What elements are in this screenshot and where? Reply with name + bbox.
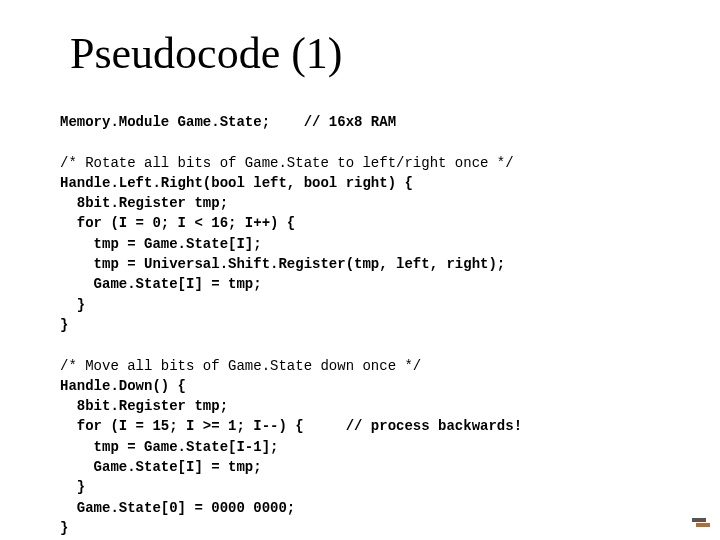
code-line: Game.State[I] = tmp; xyxy=(60,276,262,292)
code-line: tmp = Game.State[I-1]; xyxy=(60,439,278,455)
code-line: } xyxy=(60,520,68,536)
code-line: 8bit.Register tmp; xyxy=(60,195,228,211)
code-line: /* Move all bits of Game.State down once… xyxy=(60,358,421,374)
code-line: Handle.Left.Right(bool left, bool right)… xyxy=(60,175,413,191)
code-line: 8bit.Register tmp; xyxy=(60,398,228,414)
code-line: } xyxy=(60,297,85,313)
code-line: Game.State[I] = tmp; xyxy=(60,459,262,475)
code-line: /* Rotate all bits of Game.State to left… xyxy=(60,155,514,171)
code-line: for (I = 15; I >= 1; I--) { // process b… xyxy=(60,418,522,434)
slide: Pseudocode (1) Memory.Module Game.State;… xyxy=(0,0,720,540)
slide-corner-decoration xyxy=(692,518,710,532)
code-line: Game.State[0] = 0000 0000; xyxy=(60,500,295,516)
code-line: tmp = Game.State[I]; xyxy=(60,236,262,252)
pseudocode-block: Memory.Module Game.State; // 16x8 RAM /*… xyxy=(60,112,660,538)
code-line: } xyxy=(60,317,68,333)
page-title: Pseudocode (1) xyxy=(70,28,343,79)
code-line: tmp = Universal.Shift.Register(tmp, left… xyxy=(60,256,505,272)
code-line: Handle.Down() { xyxy=(60,378,186,394)
code-line: } xyxy=(60,479,85,495)
code-line: for (I = 0; I < 16; I++) { xyxy=(60,215,295,231)
code-line: Memory.Module Game.State; // 16x8 RAM xyxy=(60,114,396,130)
